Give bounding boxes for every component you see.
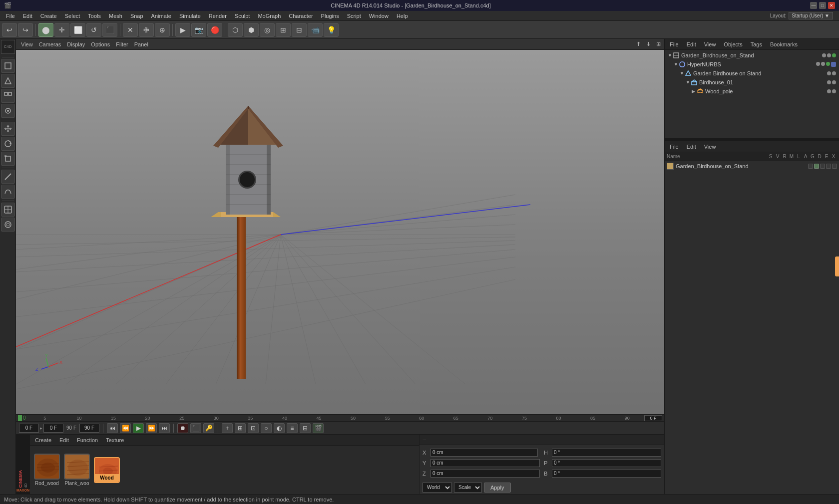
add-keyframe-button[interactable]: + (222, 423, 233, 433)
menu-animate[interactable]: Animate (147, 12, 175, 20)
obj-menu-view[interactable]: View (702, 40, 718, 48)
object2-button[interactable]: ⬢ (244, 23, 259, 37)
x-pos-input[interactable] (430, 449, 538, 457)
z-pos-input[interactable] (430, 470, 540, 478)
menu-mesh[interactable]: Mesh (105, 12, 126, 20)
obj-expand-arrow-2[interactable]: ▼ (674, 62, 679, 67)
goto-end-button[interactable]: ⏭ (159, 423, 170, 433)
current-frame-input[interactable]: 0 F (19, 424, 39, 433)
render-picture-button[interactable]: 📷 (191, 23, 206, 37)
goto-start-button[interactable]: ⏮ (107, 423, 118, 433)
p-rot-input[interactable] (552, 459, 661, 467)
obj-menu-edit[interactable]: Edit (685, 40, 698, 48)
menu-character[interactable]: Character (285, 12, 317, 20)
menu-tools[interactable]: Tools (84, 12, 105, 20)
attr-menu-view[interactable]: View (702, 143, 718, 151)
mat-menu-function[interactable]: Function (75, 436, 100, 444)
dope-sheet-button[interactable]: ⊟ (300, 423, 311, 433)
current-frame-right[interactable] (644, 415, 662, 421)
sidebar-model-mode[interactable] (1, 59, 15, 73)
material-swatch-wood[interactable]: Wood (94, 457, 120, 483)
viewport-menu-cameras[interactable]: Cameras (36, 40, 64, 48)
obj-row-hypernurbs[interactable]: ▼ HyperNURBS (666, 60, 838, 69)
redo-button[interactable]: ↪ (18, 23, 33, 37)
sidebar-spline-tool[interactable] (1, 185, 15, 199)
menu-window[interactable]: Window (365, 12, 393, 20)
menu-file[interactable]: File (2, 12, 19, 20)
viewport-icon-1[interactable]: ⬆ (634, 40, 642, 48)
obj-menu-objects[interactable]: Objects (722, 40, 744, 48)
h-rot-input[interactable] (552, 449, 661, 457)
object4-button[interactable]: ⊞ (276, 23, 291, 37)
live-selection-button[interactable]: ⬤ (38, 23, 53, 37)
mat-menu-texture[interactable]: Texture (104, 436, 126, 444)
curve-editor-button[interactable]: ◐ (274, 423, 285, 433)
obj-menu-bookmarks[interactable]: Bookmarks (768, 40, 800, 48)
obj-row-garden-birdhouse-stand[interactable]: ▼ Garden_Birdhouse_on_Stand (666, 51, 838, 60)
model-mode-button[interactable]: ✕ (123, 23, 138, 37)
world-local-dropdown[interactable]: World Object (422, 483, 452, 493)
sidebar-smooth-tool[interactable] (1, 218, 15, 232)
motion-path-button[interactable]: ○ (261, 423, 272, 433)
material-swatch-plank-wood[interactable]: Plank_woo (64, 454, 90, 486)
paint-mode-button[interactable]: ⊕ (155, 23, 170, 37)
object3-button[interactable]: ◎ (260, 23, 275, 37)
menu-script[interactable]: Script (343, 12, 365, 20)
sidebar-point-mode[interactable] (1, 104, 15, 118)
object5-button[interactable]: ⊟ (292, 23, 307, 37)
c4d-home-button[interactable]: C4D (1, 40, 15, 54)
sidebar-line-tool[interactable] (1, 170, 15, 184)
maximize-button[interactable]: □ (819, 2, 826, 9)
sidebar-move-tool[interactable] (1, 122, 15, 136)
auto-key-button[interactable]: 🔑 (203, 423, 214, 433)
sidebar-scale-tool[interactable] (1, 152, 15, 166)
viewport[interactable]: Perspective (16, 50, 664, 414)
timeline-button[interactable]: ≡ (287, 423, 298, 433)
menu-edit[interactable]: Edit (19, 12, 36, 20)
next-frame-button[interactable]: ⏩ (146, 423, 157, 433)
obj-row-birdhouse-01[interactable]: ▼ Birdhouse_01 (666, 78, 838, 87)
menu-create[interactable]: Create (36, 12, 61, 20)
b-rot-input[interactable] (552, 470, 661, 478)
sidebar-mesh-mode[interactable] (1, 74, 15, 88)
record-button[interactable]: ⏺ (177, 423, 188, 433)
record-stop-button[interactable]: ⬛ (190, 423, 201, 433)
attr-menu-file[interactable]: File (668, 143, 681, 151)
obj-row-wood-pole[interactable]: ▶ Wood_pole (666, 87, 838, 96)
menu-select[interactable]: Select (61, 12, 84, 20)
viewport-menu-display[interactable]: Display (64, 40, 88, 48)
current-frame-input2[interactable] (43, 424, 63, 433)
minimize-button[interactable]: — (810, 2, 817, 9)
material-swatch-rod-wood[interactable]: Rod_wood (34, 454, 60, 486)
render-settings-button[interactable]: 🎬 (313, 423, 324, 433)
timeline[interactable]: 0 5 10 15 20 25 30 35 40 45 50 55 60 65 … (16, 414, 664, 421)
move-tool-button[interactable]: ✛ (54, 23, 69, 37)
viewport-icon-2[interactable]: ⬇ (644, 40, 652, 48)
camera-button[interactable]: 📹 (308, 23, 323, 37)
obj-expand-arrow-4[interactable]: ▼ (686, 80, 691, 85)
layout-dropdown[interactable]: Startup (User) ▼ (789, 12, 833, 19)
menu-mograph[interactable]: MoGraph (254, 12, 285, 20)
obj-expand-arrow-1[interactable]: ▼ (668, 53, 673, 58)
attr-menu-edit[interactable]: Edit (685, 143, 698, 151)
end-frame-input[interactable]: 90 F (79, 424, 99, 433)
ipr-render-button[interactable]: 🔴 (207, 23, 222, 37)
menu-plugins[interactable]: Plugins (317, 12, 343, 20)
mat-menu-edit[interactable]: Edit (57, 436, 71, 444)
menu-sculpt[interactable]: Sculpt (231, 12, 254, 20)
play-button[interactable]: ▶ (133, 423, 144, 433)
viewport-menu-view[interactable]: View (18, 40, 36, 48)
keyframe-selection-button[interactable]: ⊞ (235, 423, 246, 433)
obj-expand-arrow-3[interactable]: ▼ (680, 71, 685, 76)
viewport-menu-options[interactable]: Options (88, 40, 113, 48)
menu-simulate[interactable]: Simulate (175, 12, 205, 20)
y-pos-input[interactable] (430, 459, 540, 467)
sidebar-rotate-tool[interactable] (1, 137, 15, 151)
texture-mode-button[interactable]: ✙ (139, 23, 154, 37)
sidebar-deform-tool[interactable] (1, 203, 15, 217)
transform-button[interactable]: ⬛ (102, 23, 117, 37)
viewport-menu-filter[interactable]: Filter (113, 40, 131, 48)
render-view-button[interactable]: ▶ (175, 23, 190, 37)
scale-tool-button[interactable]: ⬜ (70, 23, 85, 37)
rotate-tool-button[interactable]: ↺ (86, 23, 101, 37)
